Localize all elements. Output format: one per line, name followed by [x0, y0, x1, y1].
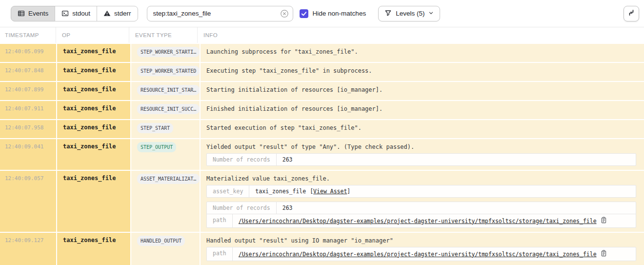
view-asset-link[interactable]: View Asset: [310, 188, 350, 195]
log-toolbar: Events stdout stderr: [0, 0, 644, 27]
info-message: Handled output "result" using IO manager…: [206, 237, 640, 244]
info-cell: Launching subprocess for "taxi_zones_fil…: [201, 44, 644, 62]
metadata-table: path /Users/erincochran/Desktop/dagster-…: [206, 247, 636, 261]
event-type-cell: RESOURCE_INIT_SUCC…: [131, 101, 200, 119]
event-type-cell: STEP_WORKER_STARTED: [131, 63, 200, 81]
table-row[interactable]: 12:40:07.848 taxi_zones_file STEP_WORKER…: [0, 63, 644, 81]
op-cell[interactable]: taxi_zones_file: [57, 120, 130, 138]
log-view-tabs: Events stdout stderr: [11, 6, 138, 21]
timestamp-cell[interactable]: 12:40:09.041: [0, 139, 56, 170]
event-type-badge: STEP_WORKER_STARTI…: [137, 47, 200, 57]
checkbox-checked-icon: [300, 9, 308, 18]
column-header-info: INFO: [198, 27, 644, 43]
search-input[interactable]: [147, 6, 293, 21]
event-type-cell: HANDLED_OUTPUT: [131, 233, 200, 265]
tab-events-label: Events: [28, 10, 48, 17]
metadata-row: Number of records 263: [207, 202, 636, 214]
info-message: Yielded output "result" of type "Any". (…: [206, 143, 640, 150]
op-cell[interactable]: taxi_zones_file: [57, 82, 130, 100]
table-row[interactable]: 12:40:09.041 taxi_zones_file STEP_OUTPUT…: [0, 139, 644, 170]
event-type-badge: ASSET_MATERIALIZAT…: [137, 174, 200, 184]
timestamp-cell[interactable]: 12:40:07.848: [0, 63, 56, 81]
metadata-label: Number of records: [207, 154, 277, 165]
timestamp-cell[interactable]: 12:40:07.911: [0, 101, 56, 119]
clipboard-copy-icon: [601, 250, 607, 258]
table-row[interactable]: 12:40:09.127 taxi_zones_file HANDLED_OUT…: [0, 233, 644, 265]
event-type-cell: RESOURCE_INIT_STAR…: [131, 82, 200, 100]
table-row[interactable]: 12:40:07.958 taxi_zones_file STEP_START …: [0, 120, 644, 138]
info-cell: Finished initialization of resources [io…: [201, 101, 644, 119]
levels-filter-dropdown[interactable]: Levels (5): [378, 6, 440, 21]
tab-events[interactable]: Events: [11, 6, 55, 21]
metadata-value: taxi_zones_file View Asset: [249, 185, 636, 197]
metadata-row: path /Users/erincochran/Desktop/dagster-…: [207, 247, 636, 261]
metadata-label: path: [207, 247, 233, 261]
tab-stdout-label: stdout: [72, 10, 90, 17]
event-type-badge: STEP_OUTPUT: [137, 142, 176, 152]
column-header-timestamp: TIMESTAMP: [0, 27, 56, 43]
collapse-panel-button[interactable]: [624, 6, 639, 21]
op-cell[interactable]: taxi_zones_file: [57, 101, 130, 119]
clipboard-copy-icon: [601, 217, 607, 225]
timestamp-cell[interactable]: 12:40:05.099: [0, 44, 56, 62]
levels-label: Levels (5): [396, 10, 424, 17]
op-cell[interactable]: taxi_zones_file: [57, 63, 130, 81]
info-message: Starting initialization of resources [io…: [206, 86, 640, 93]
tab-stderr[interactable]: stderr: [97, 6, 138, 21]
info-cell: Yielded output "result" of type "Any". (…: [201, 139, 644, 170]
info-cell: Starting initialization of resources [io…: [201, 82, 644, 100]
event-type-badge: STEP_START: [137, 123, 173, 133]
event-type-badge: HANDLED_OUTPUT: [137, 236, 185, 246]
info-cell: Executing step "taxi_zones_file" in subp…: [201, 63, 644, 81]
timestamp-cell[interactable]: 12:40:07.958: [0, 120, 56, 138]
timestamp-cell[interactable]: 12:40:09.127: [0, 233, 56, 265]
chevron-down-icon: [428, 10, 434, 17]
metadata-value: 263: [277, 154, 636, 165]
table-row[interactable]: 12:40:05.099 taxi_zones_file STEP_WORKER…: [0, 44, 644, 62]
log-table-body: 12:40:05.099 taxi_zones_file STEP_WORKER…: [0, 44, 644, 265]
table-icon: [18, 10, 25, 17]
timestamp-cell[interactable]: 12:40:09.057: [0, 171, 56, 232]
terminal-icon: [61, 10, 69, 17]
info-message: Started execution of step "taxi_zones_fi…: [206, 124, 640, 131]
op-cell[interactable]: taxi_zones_file: [57, 139, 130, 170]
path-link[interactable]: /Users/erincochran/Desktop/dagster-examp…: [239, 218, 597, 224]
metadata-table: Number of records 263 path /Users/erinco…: [206, 202, 636, 228]
hide-non-matches-checkbox[interactable]: Hide non-matches: [300, 9, 366, 18]
op-cell[interactable]: taxi_zones_file: [57, 171, 130, 232]
metadata-label: asset_key: [207, 185, 249, 197]
info-message: Materialized value taxi_zones_file.: [206, 175, 640, 182]
metadata-row: path /Users/erincochran/Desktop/dagster-…: [207, 214, 636, 227]
event-type-cell: STEP_OUTPUT: [131, 139, 200, 170]
copy-path-button[interactable]: [601, 250, 607, 258]
metadata-value: /Users/erincochran/Desktop/dagster-examp…: [233, 247, 636, 261]
event-type-cell: STEP_WORKER_STARTI…: [131, 44, 200, 62]
timestamp-cell[interactable]: 12:40:07.899: [0, 82, 56, 100]
hide-non-matches-label: Hide non-matches: [313, 10, 366, 17]
event-type-cell: STEP_START: [131, 120, 200, 138]
metadata-label: path: [207, 214, 233, 227]
log-filter-search: [147, 6, 293, 21]
path-link[interactable]: /Users/erincochran/Desktop/dagster-examp…: [239, 251, 597, 258]
table-row[interactable]: 12:40:07.899 taxi_zones_file RESOURCE_IN…: [0, 82, 644, 100]
event-type-cell: ASSET_MATERIALIZAT…: [131, 171, 200, 232]
warning-triangle-icon: [103, 10, 111, 17]
copy-path-button[interactable]: [601, 217, 607, 225]
metadata-label: Number of records: [207, 202, 277, 214]
asset-key-table: asset_key taxi_zones_file View Asset: [206, 185, 636, 198]
op-cell[interactable]: taxi_zones_file: [57, 44, 130, 62]
tab-stderr-label: stderr: [114, 10, 131, 17]
info-message: Launching subprocess for "taxi_zones_fil…: [206, 48, 640, 55]
info-message: Executing step "taxi_zones_file" in subp…: [206, 67, 640, 74]
table-row[interactable]: 12:40:09.057 taxi_zones_file ASSET_MATER…: [0, 171, 644, 232]
column-header-op: OP: [56, 27, 129, 43]
op-cell[interactable]: taxi_zones_file: [57, 233, 130, 265]
event-type-badge: STEP_WORKER_STARTED: [137, 66, 200, 76]
metadata-table: Number of records 263: [206, 153, 636, 166]
event-type-badge: RESOURCE_INIT_SUCC…: [137, 104, 200, 114]
table-row[interactable]: 12:40:07.911 taxi_zones_file RESOURCE_IN…: [0, 101, 644, 119]
asset-key-value: taxi_zones_file: [255, 188, 306, 195]
clear-search-icon[interactable]: [280, 9, 289, 18]
info-cell: Started execution of step "taxi_zones_fi…: [201, 120, 644, 138]
tab-stdout[interactable]: stdout: [55, 6, 97, 21]
